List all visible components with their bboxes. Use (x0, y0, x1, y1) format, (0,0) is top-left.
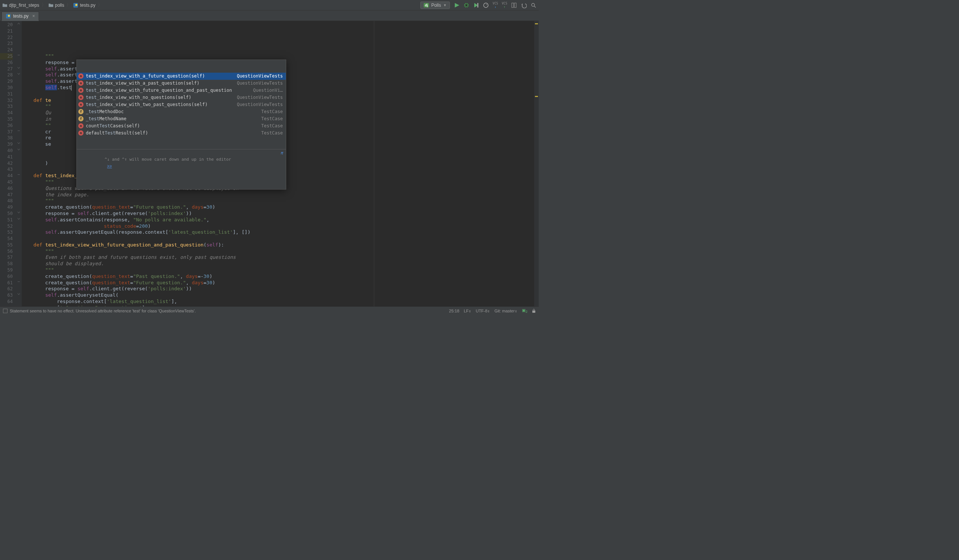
line-number[interactable]: 52 (0, 223, 13, 230)
line-number[interactable]: 50 (0, 210, 13, 217)
line-number[interactable]: 25 (0, 53, 13, 60)
code-line[interactable]: self.assertContains(response, "No polls … (22, 217, 539, 223)
breadcrumb-package[interactable]: polls (48, 3, 64, 8)
line-number[interactable]: 42 (0, 160, 13, 167)
line-number[interactable]: 41 (0, 154, 13, 160)
line-number[interactable]: 23 (0, 40, 13, 47)
stripe-warning-marker[interactable] (535, 23, 538, 24)
breadcrumb[interactable]: djtp_first_steps 〉 polls 〉 tests.py 〉 (2, 2, 103, 8)
fold-toggle-icon[interactable] (17, 217, 21, 221)
line-number[interactable]: 30 (0, 85, 13, 91)
line-number-gutter[interactable]: 2021222324252627282930313233343536373839… (0, 21, 16, 306)
stripe-warning-marker[interactable] (535, 96, 538, 97)
profile-button[interactable] (483, 2, 489, 8)
search-button[interactable] (530, 2, 537, 8)
line-number[interactable]: 20 (0, 22, 13, 28)
code-line[interactable]: self.assertQuerysetEqual( (22, 292, 539, 299)
line-number[interactable]: 35 (0, 116, 13, 123)
revert-button[interactable] (521, 2, 527, 8)
line-number[interactable]: 55 (0, 242, 13, 248)
fold-toggle-icon[interactable] (17, 53, 21, 57)
code-line[interactable]: create_question(question_text="Future qu… (22, 204, 539, 210)
completion-item[interactable]: f_testMethodDocTestCase (77, 108, 286, 115)
line-number[interactable]: 51 (0, 217, 13, 223)
encoding-selector[interactable]: UTF-8⇕ (476, 309, 490, 313)
fold-toggle-icon[interactable] (17, 129, 21, 133)
python-console-icon[interactable]: ▣2 (522, 308, 527, 313)
debug-button[interactable] (464, 2, 469, 8)
completion-item[interactable]: mtest_index_view_with_no_questions(self)… (77, 94, 286, 101)
vcs-update-button[interactable]: VCS↓ (492, 2, 498, 9)
line-number[interactable]: 44 (0, 173, 13, 179)
fold-gutter[interactable] (16, 21, 22, 306)
line-number[interactable]: 38 (0, 135, 13, 141)
fold-toggle-icon[interactable] (17, 210, 21, 214)
code-line[interactable]: response.context['latest_question_list']… (22, 299, 539, 305)
code-line[interactable]: """ (22, 53, 539, 60)
completion-item[interactable]: f_testMethodNameTestCase (77, 115, 286, 123)
fold-toggle-icon[interactable] (17, 148, 21, 151)
line-number[interactable]: 64 (0, 299, 13, 305)
git-branch-selector[interactable]: Git: master⇕ (494, 309, 517, 313)
line-number[interactable]: 58 (0, 261, 13, 267)
run-config-selector[interactable]: dj Polls ▼ (420, 2, 450, 9)
code-line[interactable]: """ (22, 248, 539, 255)
fold-toggle-icon[interactable] (17, 72, 21, 76)
line-number[interactable]: 56 (0, 248, 13, 255)
completion-hint-link[interactable]: >> (107, 164, 112, 168)
line-number[interactable]: 62 (0, 286, 13, 292)
code-line[interactable] (22, 235, 539, 242)
fold-toggle-icon[interactable] (17, 280, 21, 283)
tool-window-toggle-icon[interactable] (3, 309, 8, 313)
code-line[interactable]: self.assertQuerysetEqual(response.contex… (22, 229, 539, 235)
code-line[interactable]: """ (22, 198, 539, 204)
line-number[interactable]: 29 (0, 78, 13, 85)
line-number[interactable]: 28 (0, 72, 13, 78)
line-number[interactable]: 59 (0, 267, 13, 274)
line-number[interactable]: 27 (0, 66, 13, 72)
completion-item[interactable]: mtest_index_view_with_a_past_question(se… (77, 80, 286, 87)
line-number[interactable]: 45 (0, 179, 13, 185)
line-number[interactable]: 32 (0, 97, 13, 104)
line-number[interactable]: 31 (0, 91, 13, 97)
error-stripe[interactable] (534, 21, 539, 306)
compare-button[interactable] (511, 2, 517, 8)
line-number[interactable]: 60 (0, 274, 13, 280)
cursor-position[interactable]: 25:18 (449, 309, 460, 313)
code-line[interactable]: def test_index_view_with_future_question… (22, 242, 539, 248)
line-number[interactable]: 21 (0, 28, 13, 35)
completion-item[interactable]: mtest_index_view_with_a_future_question(… (77, 73, 286, 80)
code-editor[interactable]: 2021222324252627282930313233343536373839… (0, 21, 539, 306)
line-number[interactable]: 46 (0, 185, 13, 192)
code-line[interactable]: the index page. (22, 192, 539, 198)
line-number[interactable]: 49 (0, 204, 13, 210)
tab-tests-py[interactable]: tests.py × (2, 12, 39, 21)
line-number[interactable]: 53 (0, 229, 13, 235)
lock-icon[interactable] (532, 309, 536, 313)
run-with-coverage-button[interactable] (473, 2, 479, 8)
line-number[interactable]: 26 (0, 60, 13, 66)
vcs-commit-button[interactable]: VCS↑ (502, 2, 507, 9)
code-line[interactable]: response = self.client.get(reverse('poll… (22, 286, 539, 292)
line-number[interactable]: 47 (0, 192, 13, 198)
breadcrumb-project[interactable]: djtp_first_steps (2, 3, 39, 8)
code-line[interactable]: create_question(question_text="Future qu… (22, 280, 539, 286)
code-line[interactable]: Even if both past and future questions e… (22, 255, 539, 261)
line-separator-selector[interactable]: LF⇕ (464, 309, 471, 313)
line-number[interactable]: 39 (0, 141, 13, 148)
line-number[interactable]: 57 (0, 255, 13, 261)
completion-item[interactable]: mcountTestCases(self)TestCase (77, 123, 286, 130)
line-number[interactable]: 37 (0, 129, 13, 135)
code-line[interactable]: response = self.client.get(reverse('poll… (22, 210, 539, 217)
run-button[interactable] (454, 2, 460, 8)
fold-toggle-icon[interactable] (17, 141, 21, 145)
line-number[interactable]: 43 (0, 166, 13, 173)
code-area[interactable]: mtest_index_view_with_a_future_question(… (22, 21, 539, 306)
completion-item[interactable]: mtest_index_view_with_future_question_an… (77, 87, 286, 94)
completion-item[interactable]: mtest_index_view_with_two_past_questions… (77, 101, 286, 108)
line-number[interactable]: 61 (0, 280, 13, 286)
fold-toggle-icon[interactable] (17, 22, 21, 25)
close-icon[interactable]: × (31, 13, 35, 19)
code-line[interactable]: """ (22, 267, 539, 274)
line-number[interactable]: 48 (0, 198, 13, 204)
